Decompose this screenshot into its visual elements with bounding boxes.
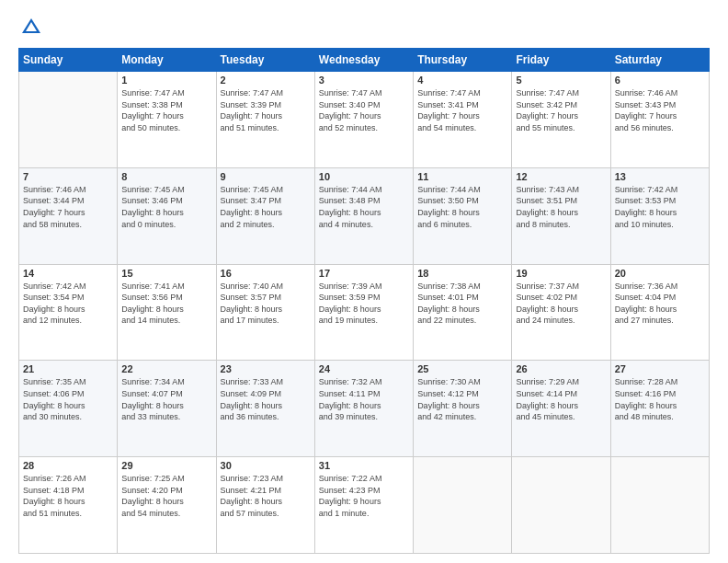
day-info: Sunrise: 7:47 AM Sunset: 3:40 PM Dayligh… (319, 87, 409, 133)
day-info: Sunrise: 7:42 AM Sunset: 3:54 PM Dayligh… (23, 281, 113, 327)
day-info: Sunrise: 7:36 AM Sunset: 4:04 PM Dayligh… (615, 281, 705, 327)
calendar-cell (512, 457, 610, 554)
calendar-cell: 2Sunrise: 7:47 AM Sunset: 3:39 PM Daylig… (216, 72, 314, 168)
calendar-cell: 23Sunrise: 7:33 AM Sunset: 4:09 PM Dayli… (216, 361, 314, 457)
day-info: Sunrise: 7:40 AM Sunset: 3:57 PM Dayligh… (221, 281, 311, 327)
calendar-cell (610, 457, 709, 554)
day-info: Sunrise: 7:47 AM Sunset: 3:42 PM Dayligh… (516, 87, 606, 133)
day-number: 30 (221, 460, 311, 471)
calendar-cell: 4Sunrise: 7:47 AM Sunset: 3:41 PM Daylig… (414, 72, 512, 168)
calendar-cell: 25Sunrise: 7:30 AM Sunset: 4:12 PM Dayli… (414, 361, 512, 457)
day-number: 20 (615, 268, 705, 279)
calendar-cell (19, 72, 118, 168)
day-number: 31 (319, 460, 409, 471)
weekday-header: Tuesday (216, 49, 314, 72)
calendar-cell: 21Sunrise: 7:35 AM Sunset: 4:06 PM Dayli… (19, 361, 118, 457)
calendar-cell: 18Sunrise: 7:38 AM Sunset: 4:01 PM Dayli… (414, 264, 512, 361)
day-info: Sunrise: 7:33 AM Sunset: 4:09 PM Dayligh… (221, 376, 311, 422)
day-info: Sunrise: 7:46 AM Sunset: 3:43 PM Dayligh… (615, 87, 705, 133)
day-number: 24 (319, 363, 409, 374)
day-number: 23 (221, 363, 311, 374)
calendar-cell: 8Sunrise: 7:45 AM Sunset: 3:46 PM Daylig… (118, 167, 216, 264)
calendar-cell (414, 457, 512, 554)
calendar-week-row: 28Sunrise: 7:26 AM Sunset: 4:18 PM Dayli… (19, 457, 710, 554)
day-info: Sunrise: 7:28 AM Sunset: 4:16 PM Dayligh… (615, 376, 705, 422)
calendar-cell: 16Sunrise: 7:40 AM Sunset: 3:57 PM Dayli… (216, 264, 314, 361)
calendar-cell: 15Sunrise: 7:41 AM Sunset: 3:56 PM Dayli… (118, 264, 216, 361)
calendar-cell: 31Sunrise: 7:22 AM Sunset: 4:23 PM Dayli… (314, 457, 413, 554)
day-info: Sunrise: 7:45 AM Sunset: 3:46 PM Dayligh… (121, 184, 211, 230)
day-number: 21 (23, 363, 113, 374)
day-info: Sunrise: 7:30 AM Sunset: 4:12 PM Dayligh… (417, 376, 507, 422)
calendar-week-row: 14Sunrise: 7:42 AM Sunset: 3:54 PM Dayli… (19, 264, 710, 361)
day-number: 11 (417, 171, 507, 182)
calendar-cell: 3Sunrise: 7:47 AM Sunset: 3:40 PM Daylig… (314, 72, 413, 168)
day-info: Sunrise: 7:38 AM Sunset: 4:01 PM Dayligh… (417, 281, 507, 327)
weekday-header: Wednesday (314, 49, 413, 72)
day-number: 15 (121, 268, 211, 279)
day-number: 25 (417, 363, 507, 374)
calendar-header: SundayMondayTuesdayWednesdayThursdayFrid… (19, 49, 710, 72)
day-number: 10 (319, 171, 409, 182)
calendar-cell: 17Sunrise: 7:39 AM Sunset: 3:59 PM Dayli… (314, 264, 413, 361)
calendar-cell: 24Sunrise: 7:32 AM Sunset: 4:11 PM Dayli… (314, 361, 413, 457)
calendar-week-row: 7Sunrise: 7:46 AM Sunset: 3:44 PM Daylig… (19, 167, 710, 264)
header (18, 15, 710, 40)
logo (18, 15, 48, 40)
day-info: Sunrise: 7:23 AM Sunset: 4:21 PM Dayligh… (221, 473, 311, 519)
weekday-header: Monday (118, 49, 216, 72)
day-info: Sunrise: 7:41 AM Sunset: 3:56 PM Dayligh… (121, 281, 211, 327)
day-info: Sunrise: 7:44 AM Sunset: 3:48 PM Dayligh… (319, 184, 409, 230)
weekday-header: Saturday (610, 49, 709, 72)
day-number: 22 (121, 363, 211, 374)
calendar-cell: 13Sunrise: 7:42 AM Sunset: 3:53 PM Dayli… (610, 167, 709, 264)
day-number: 2 (221, 75, 311, 86)
day-number: 1 (121, 75, 211, 86)
day-info: Sunrise: 7:29 AM Sunset: 4:14 PM Dayligh… (516, 376, 606, 422)
calendar-cell: 12Sunrise: 7:43 AM Sunset: 3:51 PM Dayli… (512, 167, 610, 264)
day-number: 13 (615, 171, 705, 182)
day-info: Sunrise: 7:35 AM Sunset: 4:06 PM Dayligh… (23, 376, 113, 422)
day-number: 9 (221, 171, 311, 182)
page: SundayMondayTuesdayWednesdayThursdayFrid… (0, 0, 728, 563)
weekday-header: Sunday (19, 49, 118, 72)
calendar-cell: 10Sunrise: 7:44 AM Sunset: 3:48 PM Dayli… (314, 167, 413, 264)
day-number: 16 (221, 268, 311, 279)
calendar-cell: 29Sunrise: 7:25 AM Sunset: 4:20 PM Dayli… (118, 457, 216, 554)
weekday-header: Friday (512, 49, 610, 72)
day-number: 8 (121, 171, 211, 182)
day-number: 7 (23, 171, 113, 182)
day-number: 19 (516, 268, 606, 279)
calendar-cell: 5Sunrise: 7:47 AM Sunset: 3:42 PM Daylig… (512, 72, 610, 168)
day-info: Sunrise: 7:47 AM Sunset: 3:41 PM Dayligh… (417, 87, 507, 133)
calendar-cell: 7Sunrise: 7:46 AM Sunset: 3:44 PM Daylig… (19, 167, 118, 264)
day-info: Sunrise: 7:45 AM Sunset: 3:47 PM Dayligh… (221, 184, 311, 230)
calendar-cell: 14Sunrise: 7:42 AM Sunset: 3:54 PM Dayli… (19, 264, 118, 361)
day-info: Sunrise: 7:25 AM Sunset: 4:20 PM Dayligh… (121, 473, 211, 519)
day-number: 26 (516, 363, 606, 374)
day-info: Sunrise: 7:44 AM Sunset: 3:50 PM Dayligh… (417, 184, 507, 230)
calendar-cell: 27Sunrise: 7:28 AM Sunset: 4:16 PM Dayli… (610, 361, 709, 457)
day-info: Sunrise: 7:34 AM Sunset: 4:07 PM Dayligh… (121, 376, 211, 422)
logo-icon (18, 15, 44, 40)
day-number: 28 (23, 460, 113, 471)
day-number: 14 (23, 268, 113, 279)
calendar-cell: 1Sunrise: 7:47 AM Sunset: 3:38 PM Daylig… (118, 72, 216, 168)
day-info: Sunrise: 7:46 AM Sunset: 3:44 PM Dayligh… (23, 184, 113, 230)
day-info: Sunrise: 7:43 AM Sunset: 3:51 PM Dayligh… (516, 184, 606, 230)
weekday-header: Thursday (414, 49, 512, 72)
day-number: 18 (417, 268, 507, 279)
day-info: Sunrise: 7:26 AM Sunset: 4:18 PM Dayligh… (23, 473, 113, 519)
day-number: 6 (615, 75, 705, 86)
day-number: 4 (417, 75, 507, 86)
day-info: Sunrise: 7:22 AM Sunset: 4:23 PM Dayligh… (319, 473, 409, 519)
calendar-cell: 6Sunrise: 7:46 AM Sunset: 3:43 PM Daylig… (610, 72, 709, 168)
calendar-body: 1Sunrise: 7:47 AM Sunset: 3:38 PM Daylig… (19, 72, 710, 554)
day-info: Sunrise: 7:39 AM Sunset: 3:59 PM Dayligh… (319, 281, 409, 327)
day-info: Sunrise: 7:47 AM Sunset: 3:38 PM Dayligh… (121, 87, 211, 133)
calendar-cell: 28Sunrise: 7:26 AM Sunset: 4:18 PM Dayli… (19, 457, 118, 554)
day-number: 3 (319, 75, 409, 86)
calendar-week-row: 1Sunrise: 7:47 AM Sunset: 3:38 PM Daylig… (19, 72, 710, 168)
day-info: Sunrise: 7:42 AM Sunset: 3:53 PM Dayligh… (615, 184, 705, 230)
calendar-cell: 20Sunrise: 7:36 AM Sunset: 4:04 PM Dayli… (610, 264, 709, 361)
